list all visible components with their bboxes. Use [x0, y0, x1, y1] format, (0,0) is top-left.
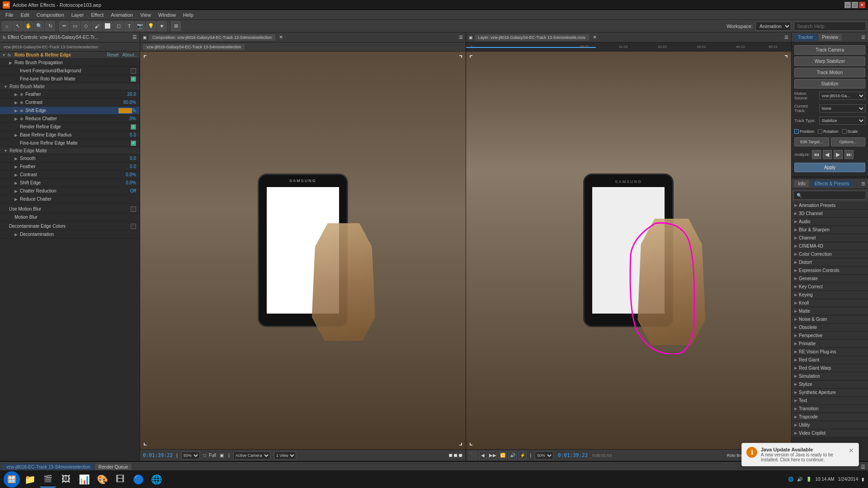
effects-menu[interactable]: ☰ [861, 181, 865, 186]
menu-edit[interactable]: Edit [17, 11, 33, 19]
cat-generate-header[interactable]: ▶ Generate [792, 275, 868, 282]
menu-animation[interactable]: Animation [107, 11, 137, 19]
cat-key-correct-header[interactable]: ▶ Key Correct [792, 283, 868, 291]
comp-view-options[interactable]: 🔲🔲🔲 [448, 453, 463, 458]
tool-light[interactable]: 💡 [146, 21, 156, 31]
track-motion-btn[interactable]: Track Motion [794, 68, 865, 77]
comp-active-tab[interactable]: vzw-j8016-GalaxyS4-EC-Track 13-S4moviese… [143, 44, 245, 50]
taskbar-photoshop[interactable]: 🖼 [58, 471, 74, 488]
about-btn[interactable]: About... [123, 52, 138, 57]
fine-tune-checkbox[interactable]: ✓ [131, 76, 136, 82]
tool-hand[interactable]: ✋ [24, 21, 33, 31]
cat-stylize-header[interactable]: ▶ Stylize [792, 380, 868, 388]
menu-help[interactable]: Help [179, 11, 197, 19]
fine-tune-refine-checkbox[interactable]: ✓ [131, 141, 136, 146]
chatter-reduction-row[interactable]: ▶ Chatter Reduction Off [0, 187, 140, 195]
tool-shape[interactable]: ◇ [81, 21, 91, 31]
stabilize-btn[interactable]: Stabilize [794, 79, 865, 89]
contrast2-value[interactable]: 0.0% [118, 172, 136, 177]
analyze-back-btn[interactable]: ◀ [823, 150, 832, 159]
cat-primatte-header[interactable]: ▶ Primatte [792, 340, 868, 347]
cat-simulation-header[interactable]: ▶ Simulation [792, 372, 868, 380]
tray-volume[interactable]: 🔊 [797, 477, 802, 482]
comp-tab[interactable]: Composition: vzw-j8016-GalaxyS4-EC-Track… [149, 34, 275, 41]
comp-full-btn[interactable]: Full [209, 453, 216, 458]
roto-brush-matte-header[interactable]: ▼ Roto Brush Matte [0, 83, 140, 90]
tool-eraser[interactable]: ◻ [113, 21, 123, 31]
tray-battery[interactable]: 🔋 [806, 477, 811, 482]
taskbar-bridge[interactable]: 📊 [76, 471, 92, 488]
taskbar-start[interactable]: 🪟 [4, 471, 20, 488]
contrast-value[interactable]: 80.0% [118, 100, 136, 105]
tool-zoom[interactable]: 🔍 [34, 21, 44, 31]
layer-loop-btn[interactable]: 🔁 [499, 451, 507, 460]
cat-trapcode-header[interactable]: ▶ Trapcode [792, 413, 868, 421]
cat-keying-header[interactable]: ▶ Keying [792, 291, 868, 299]
tool-brush[interactable]: 🖌 [92, 21, 102, 31]
taskbar-premiere[interactable]: 🎞 [112, 471, 128, 488]
cat-revision-header[interactable]: ▶ RE:Vision Plug-ins [792, 348, 868, 356]
cat-blur-sharpen-header[interactable]: ▶ Blur & Sharpen [792, 226, 868, 234]
reduce-chatter-value[interactable]: 0% [118, 116, 136, 121]
layer-prev-btn[interactable]: ◀ [479, 451, 487, 460]
contrast-row[interactable]: ▶ ⊕ Contrast 80.0% [0, 99, 140, 107]
rotation-checkbox[interactable] [818, 129, 822, 134]
invert-checkbox[interactable] [131, 68, 136, 74]
motion-source-select[interactable]: vzw-j8016-Ga... [819, 92, 865, 100]
chatter-red-value[interactable]: Off [118, 188, 136, 193]
reduce-chatter-row[interactable]: ▶ ⊕ Reduce Chatter 0% [0, 115, 140, 123]
tracker-tab[interactable]: Tracker [794, 34, 817, 41]
menu-composition[interactable]: Composition [33, 11, 68, 19]
tool-snapping[interactable]: ⊞ [171, 21, 181, 31]
taskbar-illustrator[interactable]: 🎨 [94, 471, 110, 488]
decontaminate-edge-checkbox[interactable] [131, 224, 136, 229]
tool-home[interactable]: ⌂ [2, 21, 12, 31]
comp-fit-btn[interactable]: □ [203, 453, 206, 458]
tray-show-desktop[interactable]: ▮ [862, 477, 864, 482]
tool-stamp[interactable]: ⬜ [103, 21, 113, 31]
current-track-select[interactable]: None [819, 104, 865, 113]
shift-edge2-row[interactable]: ▶ Shift Edge 0.0% [0, 179, 140, 187]
layer-menu-btn[interactable]: ☰ [784, 35, 788, 40]
layer-timecode[interactable]: 0:01:39:22 [558, 452, 588, 458]
layer-audio-btn[interactable]: 🔊 [509, 451, 517, 460]
position-checkbox[interactable]: ✓ [794, 129, 799, 134]
menu-layer[interactable]: Layer [68, 11, 88, 19]
track-camera-btn[interactable]: Track Camera [794, 45, 865, 55]
cat-matte-header[interactable]: ▶ Matte [792, 307, 868, 315]
menu-window[interactable]: Window [155, 11, 179, 19]
layer-play-btn[interactable]: ⬛ [469, 451, 477, 460]
cat-3d-channel-header[interactable]: ▶ 3D Channel [792, 210, 868, 217]
cat-text-header[interactable]: ▶ Text [792, 397, 868, 404]
cat-video-copilot-header[interactable]: ▶ Video Copilot [792, 429, 868, 437]
cat-utility-header[interactable]: ▶ Utility [792, 421, 868, 429]
roto-brush-section-header[interactable]: ▼ fx Roto Brush & Refine Edge Reset Abou… [0, 52, 140, 59]
taskbar-aftereffects[interactable]: 🎬 [40, 471, 56, 488]
tracker-menu[interactable]: ☰ [861, 35, 865, 40]
warp-stabilizer-btn[interactable]: Warp Stabilizer [794, 56, 865, 66]
analyze-fwd-btn[interactable]: ▶ [834, 150, 843, 159]
base-refine-radius-row[interactable]: ▶ Base Refine Edge Radius 0.0 [0, 131, 140, 139]
cat-noise-header[interactable]: ▶ Noise & Grain [792, 315, 868, 323]
decontaminate-edge-row[interactable]: Decontaminate Edge Colors [0, 222, 140, 230]
cat-perspective-header[interactable]: ▶ Perspective [792, 332, 868, 339]
shift-edge-swatch[interactable] [118, 108, 132, 113]
cat-red-giant-header[interactable]: ▶ Red Giant [792, 356, 868, 364]
cat-color-correction-header[interactable]: ▶ Color Correction [792, 250, 868, 258]
smooth-row[interactable]: ▶ Smooth 0.0 [0, 155, 140, 163]
apply-btn[interactable]: Apply [794, 163, 865, 172]
effects-search-input[interactable] [793, 191, 866, 200]
track-type-select[interactable]: Stabilize [819, 117, 865, 125]
feather-row[interactable]: ▶ ⊕ Feather 20.0 [0, 90, 140, 99]
use-motion-blur-checkbox[interactable] [131, 206, 136, 212]
tool-arrow[interactable]: ↖ [13, 21, 23, 31]
taskbar-speedgrade[interactable]: 🔵 [130, 471, 146, 488]
tool-pen[interactable]: ✏ [59, 21, 69, 31]
options-btn[interactable]: Options... [831, 137, 866, 146]
tool-rect[interactable]: ▭ [70, 21, 80, 31]
cat-channel-header[interactable]: ▶ Channel [792, 234, 868, 242]
analyze-last-btn[interactable]: ⏭ [844, 150, 854, 159]
cat-obsolete-header[interactable]: ▶ Obsolete [792, 324, 868, 331]
feather2-value[interactable]: 0.0 [118, 164, 136, 169]
minimize-button[interactable]: ─ [844, 2, 851, 8]
